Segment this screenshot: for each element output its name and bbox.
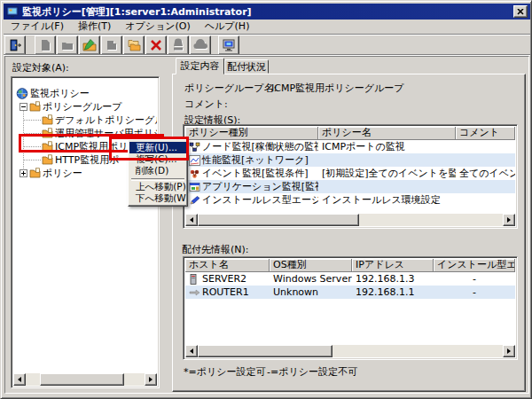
triangle-left-icon xyxy=(187,348,193,354)
triangle-right-icon xyxy=(507,348,513,354)
menu-options[interactable]: オプション(O) xyxy=(118,20,198,34)
window-title: 監視ポリシー[管理][1:server1:Administrator] xyxy=(22,5,252,19)
cell-ip-address: 192.168.1.1 xyxy=(356,286,414,299)
paste-icon-disabled xyxy=(105,38,119,52)
tree-item-label: 監視ポリシー xyxy=(30,87,90,100)
table-row[interactable]: SERVER2 Windows Server 2003 192.168.1.3 … xyxy=(185,272,515,286)
policy-table-viewport: ポリシー種別 ポリシー名 コメント ノード監視[稼働状態の監視] ICMPポート… xyxy=(185,127,515,226)
open-button xyxy=(57,35,78,55)
policy-group-name-value: ICMP監視用ポリシーグループ xyxy=(271,82,404,95)
menu-help[interactable]: ヘルプ(H) xyxy=(198,20,257,34)
performance-monitor-icon xyxy=(189,155,202,166)
table-row[interactable]: インストールレス型エージェ... インストールレス環境設定 xyxy=(185,193,515,207)
cell-host-name: ROUTER1 xyxy=(202,286,249,299)
cell-host-name: SERVER2 xyxy=(202,272,246,286)
header-host-name[interactable]: ホスト名 xyxy=(185,259,270,272)
cell-policy-name: インストールレス環境設定 xyxy=(322,193,441,207)
header-policy-name[interactable]: ポリシー名 xyxy=(318,127,456,140)
new-button xyxy=(35,35,56,55)
exit-icon xyxy=(8,38,22,52)
menu-operation[interactable]: 操作(T) xyxy=(71,20,118,34)
tree-item-monitor-policy-root[interactable]: 監視ポリシー xyxy=(13,87,157,100)
node-monitor-icon xyxy=(189,142,202,153)
edit-button[interactable] xyxy=(79,35,100,55)
table-row[interactable]: イベント監視[監視条件] [初期設定]全てのイベントを監... 全てのイベント xyxy=(185,167,515,180)
triangle-right-icon xyxy=(507,217,513,223)
policy-table-h-scrollbar[interactable] xyxy=(185,214,515,226)
header-ip-address[interactable]: IPアドレス xyxy=(352,259,434,272)
header-policy-type[interactable]: ポリシー種別 xyxy=(185,127,318,140)
annotation-box-update-item xyxy=(109,137,189,160)
menu-file[interactable]: ファイル(F) xyxy=(4,20,71,34)
cell-policy-type: インストールレス型エージェ... xyxy=(202,193,318,207)
tree-item-label: ポリシー xyxy=(43,167,82,180)
router-icon xyxy=(189,289,202,296)
policy-tree: 監視ポリシー ポリシーグループ デフォルトポリシーグルー 運用管理サーバ用ポリシ… xyxy=(11,76,160,388)
comment-label: コメント: xyxy=(184,98,228,111)
legend-not-settable: -=ポリシー設定不可 xyxy=(267,365,357,379)
cell-policy-name: [初期設定]全てのイベントを監... xyxy=(322,167,456,180)
copy-icon xyxy=(127,38,141,52)
app-icon xyxy=(6,5,19,18)
cell-policy-type: ノード監視[稼働状態の監視] xyxy=(202,140,318,153)
header-agent-type[interactable]: インストール型エージェ xyxy=(434,259,515,272)
header-comment[interactable]: コメント xyxy=(456,127,515,140)
titlebar: 監視ポリシー[管理][1:server1:Administrator] xyxy=(4,4,530,20)
menu-item-move-down[interactable]: 下へ移動(W) xyxy=(129,192,186,204)
new-icon-disabled xyxy=(38,38,52,52)
host-table-viewport: ホスト名 OS種別 IPアドレス インストール型エージェ SERVER2 Win… xyxy=(185,259,515,357)
scroll-left-button[interactable] xyxy=(185,214,198,226)
scroll-thumb[interactable] xyxy=(198,345,332,357)
cell-policy-type: アプリケーション監視[監視... xyxy=(202,180,318,193)
menu-item-delete[interactable]: 削除(D) xyxy=(129,165,186,176)
policy-tree-viewport: 監視ポリシー ポリシーグループ デフォルトポリシーグルー 運用管理サーバ用ポリシ… xyxy=(13,79,157,386)
scroll-thumb[interactable] xyxy=(40,373,124,386)
tree-item-policy-group[interactable]: ポリシーグループ xyxy=(13,100,157,113)
tree-item-default-group[interactable]: デフォルトポリシーグルー xyxy=(13,113,157,127)
monitor-button[interactable] xyxy=(218,35,239,55)
table-row[interactable]: アプリケーション監視[監視... xyxy=(185,180,515,193)
cell-comment: 全てのイベント xyxy=(459,167,515,180)
scroll-right-button[interactable] xyxy=(503,345,515,357)
cell-agent-type: - xyxy=(473,272,476,286)
scroll-left-button[interactable] xyxy=(13,373,26,386)
expand-icon[interactable] xyxy=(20,169,27,177)
header-os-type[interactable]: OS種別 xyxy=(270,259,352,272)
distribute-icon-disabled xyxy=(171,38,185,52)
menu-item-move-up[interactable]: 上へ移動(P) xyxy=(129,181,186,192)
policy-table-header: ポリシー種別 ポリシー名 コメント xyxy=(185,127,515,140)
policy-table: ポリシー種別 ポリシー名 コメント ノード監視[稼働状態の監視] ICMPポート… xyxy=(183,124,518,229)
delete-button[interactable] xyxy=(145,35,167,55)
tree-item-label: デフォルトポリシーグルー xyxy=(55,113,157,127)
table-row[interactable]: ノード監視[稼働状態の監視] ICMPポートの監視 xyxy=(185,140,515,153)
application-monitor-icon xyxy=(189,182,202,192)
collapse-icon[interactable] xyxy=(20,103,27,111)
triangle-right-icon xyxy=(149,377,155,382)
cell-os-type: Windows Server 2003 xyxy=(273,272,352,286)
cell-agent-type: - xyxy=(473,286,476,299)
table-row[interactable]: ROUTER1 Unknown 192.168.1.1 - xyxy=(185,286,515,299)
cell-policy-name: ICMPポートの監視 xyxy=(322,140,405,153)
exit-button[interactable] xyxy=(4,35,26,55)
cell-ip-address: 192.168.1.3 xyxy=(356,272,414,286)
tab-settings[interactable]: 設定内容 xyxy=(176,58,224,74)
cell-policy-type: 性能監視[ネットワーク] xyxy=(202,153,309,167)
cell-os-type: Unknown xyxy=(273,286,318,299)
copy-button[interactable] xyxy=(123,35,145,55)
open-icon-disabled xyxy=(60,38,74,52)
tab-distribution[interactable]: 配付状況 xyxy=(224,59,269,74)
scroll-right-button[interactable] xyxy=(145,373,157,386)
cell-policy-type: イベント監視[監視条件] xyxy=(202,167,309,180)
scroll-thumb[interactable] xyxy=(198,214,359,226)
close-button[interactable] xyxy=(513,5,528,18)
delete-icon xyxy=(149,38,163,52)
distribution-info-label: 配付先情報(N): xyxy=(182,243,249,256)
tree-h-scrollbar[interactable] xyxy=(13,373,157,386)
scroll-left-button[interactable] xyxy=(185,345,198,357)
server-icon xyxy=(189,274,202,285)
host-table-h-scrollbar[interactable] xyxy=(185,345,515,357)
scroll-right-button[interactable] xyxy=(503,214,515,226)
paste-button xyxy=(101,35,122,55)
collect-button xyxy=(190,35,211,55)
table-row[interactable]: 性能監視[ネットワーク] xyxy=(185,153,515,167)
